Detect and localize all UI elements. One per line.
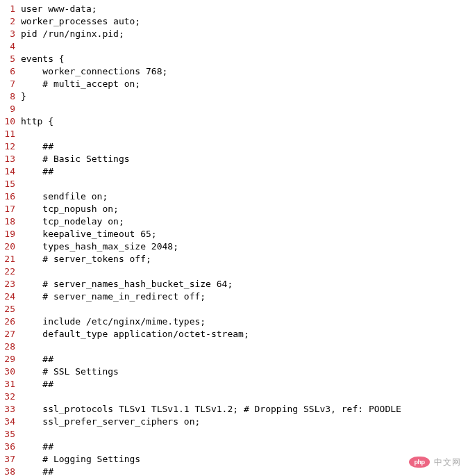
line-number: 28	[0, 340, 21, 353]
line-number: 26	[0, 315, 21, 328]
line-number: 5	[0, 53, 21, 65]
line-number: 21	[0, 253, 21, 265]
line-number: 20	[0, 240, 21, 253]
code-line: 4	[0, 40, 468, 53]
line-content: worker_connections 768;	[21, 65, 167, 78]
code-line: 18 tcp_nodelay on;	[0, 215, 468, 228]
code-line: 24 # server_name_in_redirect off;	[0, 290, 468, 303]
line-number: 11	[0, 128, 21, 140]
code-line: 34 ssl_prefer_server_ciphers on;	[0, 416, 468, 428]
line-number: 6	[0, 65, 21, 78]
line-number: 24	[0, 290, 21, 303]
code-line: 29 ##	[0, 353, 468, 366]
code-line: 21 # server_tokens off;	[0, 253, 468, 265]
code-line: 11	[0, 128, 468, 140]
line-number: 27	[0, 328, 21, 340]
code-block: 1user www-data;2worker_processes auto;3p…	[0, 3, 468, 476]
line-number: 16	[0, 190, 21, 203]
code-line: 16 sendfile on;	[0, 190, 468, 203]
line-number: 19	[0, 228, 21, 240]
line-content: # server_names_hash_bucket_size 64;	[21, 278, 233, 290]
code-line: 30 # SSL Settings	[0, 366, 468, 378]
line-number: 35	[0, 428, 21, 441]
line-number: 14	[0, 165, 21, 178]
line-content: ##	[21, 140, 53, 153]
code-line: 25	[0, 303, 468, 315]
code-line: 28	[0, 340, 468, 353]
line-content: # server_name_in_redirect off;	[21, 290, 206, 303]
line-content: ssl_prefer_server_ciphers on;	[21, 416, 200, 428]
line-number: 33	[0, 403, 21, 416]
code-line: 14 ##	[0, 165, 468, 178]
line-content: ##	[21, 353, 53, 366]
line-number: 29	[0, 353, 21, 366]
line-number: 1	[0, 3, 21, 15]
line-number: 9	[0, 103, 21, 115]
line-number: 25	[0, 303, 21, 315]
line-content: pid /run/nginx.pid;	[21, 28, 124, 40]
line-number: 2	[0, 15, 21, 28]
line-number: 12	[0, 140, 21, 153]
line-number: 31	[0, 378, 21, 391]
line-content: # Basic Settings	[21, 153, 130, 165]
code-line: 33 ssl_protocols TLSv1 TLSv1.1 TLSv1.2; …	[0, 403, 468, 416]
code-line: 35	[0, 428, 468, 441]
code-line: 3pid /run/nginx.pid;	[0, 28, 468, 40]
line-content: tcp_nodelay on;	[21, 215, 124, 228]
line-content: # multi_accept on;	[21, 78, 140, 90]
line-content: events {	[21, 53, 65, 65]
line-number: 7	[0, 78, 21, 90]
code-line: 26 include /etc/nginx/mime.types;	[0, 315, 468, 328]
line-number: 18	[0, 215, 21, 228]
line-content: ##	[21, 441, 53, 453]
line-number: 37	[0, 453, 21, 466]
line-content: default_type application/octet-stream;	[21, 328, 249, 340]
line-number: 23	[0, 278, 21, 290]
code-line: 8}	[0, 90, 468, 103]
line-content: worker_processes auto;	[21, 15, 140, 28]
line-content: ##	[21, 165, 53, 178]
line-content: user www-data;	[21, 3, 97, 15]
line-content: ##	[21, 466, 53, 476]
line-content: # SSL Settings	[21, 366, 119, 378]
line-content: keepalive_timeout 65;	[21, 228, 157, 240]
line-number: 3	[0, 28, 21, 40]
line-content: tcp_nopush on;	[21, 203, 119, 215]
code-line: 38 ##	[0, 466, 468, 476]
code-line: 36 ##	[0, 441, 468, 453]
code-line: 6 worker_connections 768;	[0, 65, 468, 78]
line-number: 32	[0, 391, 21, 403]
line-number: 17	[0, 203, 21, 215]
code-line: 13 # Basic Settings	[0, 153, 468, 165]
line-content: include /etc/nginx/mime.types;	[21, 315, 206, 328]
line-content: ssl_protocols TLSv1 TLSv1.1 TLSv1.2; # D…	[21, 403, 401, 416]
line-content: ##	[21, 378, 53, 391]
code-line: 22	[0, 265, 468, 278]
code-line: 9	[0, 103, 468, 115]
code-line: 32	[0, 391, 468, 403]
line-content: http {	[21, 115, 53, 128]
line-content: # server_tokens off;	[21, 253, 151, 265]
line-number: 22	[0, 265, 21, 278]
line-number: 34	[0, 416, 21, 428]
code-line: 7 # multi_accept on;	[0, 78, 468, 90]
line-content: sendfile on;	[21, 190, 108, 203]
code-line: 23 # server_names_hash_bucket_size 64;	[0, 278, 468, 290]
line-number: 38	[0, 466, 21, 476]
line-number: 30	[0, 366, 21, 378]
line-number: 36	[0, 441, 21, 453]
line-number: 4	[0, 40, 21, 53]
code-line: 2worker_processes auto;	[0, 15, 468, 28]
code-line: 37 # Logging Settings	[0, 453, 468, 466]
code-line: 5events {	[0, 53, 468, 65]
code-line: 31 ##	[0, 378, 468, 391]
code-line: 19 keepalive_timeout 65;	[0, 228, 468, 240]
line-number: 13	[0, 153, 21, 165]
code-line: 12 ##	[0, 140, 468, 153]
code-line: 27 default_type application/octet-stream…	[0, 328, 468, 340]
line-content: types_hash_max_size 2048;	[21, 240, 178, 253]
line-number: 15	[0, 178, 21, 190]
code-line: 10http {	[0, 115, 468, 128]
line-number: 10	[0, 115, 21, 128]
code-line: 17 tcp_nopush on;	[0, 203, 468, 215]
